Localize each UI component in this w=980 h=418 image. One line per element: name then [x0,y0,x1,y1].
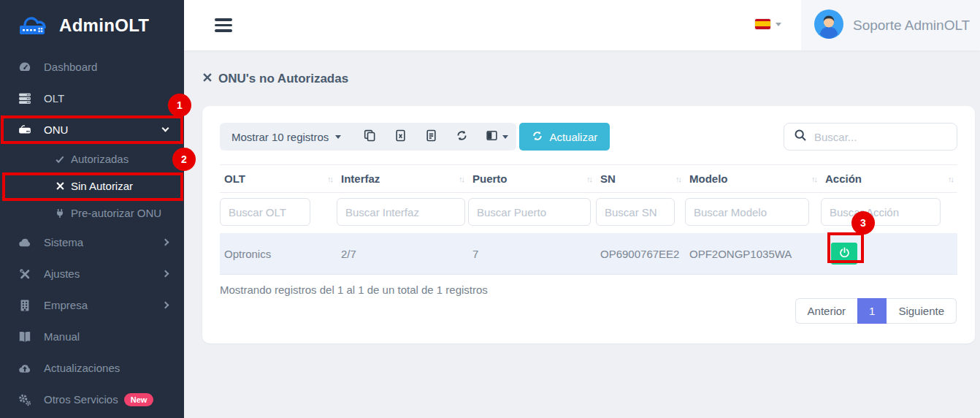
annotation-box-sin-autorizar [2,172,183,201]
search-icon [794,129,807,145]
hamburger-menu-icon[interactable] [215,18,232,35]
brand-name: AdminOLT [59,15,149,36]
filter-puerto-input[interactable] [468,198,591,226]
annotation-step-3: 3 [851,211,875,235]
table-info: Mostrando registros del 1 al 1 de un tot… [220,284,488,296]
annotation-box-onu [1,115,183,144]
file-export-button[interactable] [416,123,446,151]
cell-puerto: 7 [468,233,596,275]
chevron-right-icon [162,239,169,246]
sidebar-item-label: Pre-autorizar ONU [71,207,161,219]
sort-icon[interactable]: ↑↓ [948,175,953,183]
caret-down-icon [335,135,341,139]
sidebar-item-ajustes[interactable]: Ajustes [0,258,184,289]
sort-icon[interactable]: ↑↓ [459,175,464,183]
sync-icon [456,129,468,145]
app-window: AdminOLT Dashboard OLT ONU [0,0,980,418]
cell-olt: Optronics [220,233,337,275]
sidebar-nav: Dashboard OLT ONU Autorizadas [0,51,184,415]
sidebar-item-sistema[interactable]: Sistema [0,227,184,258]
user-menu[interactable]: Soporte AdminOLT [801,0,980,50]
pagination: Anterior 1 Siguiente [795,298,957,324]
excel-export-button[interactable] [385,123,416,151]
sidebar-item-label: Otros Servicios [44,393,118,406]
column-header-modelo[interactable]: Modelo↑↓ [685,165,821,193]
brand-logo[interactable]: AdminOLT [0,0,184,51]
sort-icon[interactable]: ↑↓ [811,175,816,183]
avatar [814,10,843,42]
column-visibility-button[interactable] [477,123,516,151]
cell-sn: OP6900767EE2 [596,233,685,275]
copy-button[interactable] [354,123,385,151]
building-icon [18,299,32,312]
table-search [784,123,957,151]
column-header-puerto[interactable]: Puerto↑↓ [468,165,596,193]
book-icon [18,330,32,343]
columns-icon [486,129,498,145]
sort-icon[interactable]: ↑↓ [675,175,681,183]
filter-interfaz-input[interactable] [337,198,465,226]
page-title: ONU's no Autorizadas [202,72,348,86]
sidebar-item-otros-servicios[interactable]: Otros Servicios New [0,384,184,415]
filter-accion-input[interactable] [821,198,941,226]
sidebar-item-olt[interactable]: OLT [0,83,184,114]
sidebar-item-label: Dashboard [44,61,97,73]
sidebar-item-label: Ajustes [44,267,80,280]
sidebar-item-pre-autorizar[interactable]: Pre-autorizar ONU [0,200,184,227]
sidebar-item-autorizadas[interactable]: Autorizadas [0,145,184,172]
language-selector[interactable] [755,19,781,29]
sidebar-item-dashboard[interactable]: Dashboard [0,51,184,83]
sidebar-item-label: Actualizaciones [44,362,120,374]
copy-icon [364,129,376,145]
sync-icon [532,130,543,144]
actualizar-button[interactable]: Actualizar [519,123,610,151]
table-toolbar: Mostrar 10 registros [220,123,610,151]
sidebar: AdminOLT Dashboard OLT ONU [0,0,184,418]
table-filter-row [220,193,957,234]
column-header-sn[interactable]: SN↑↓ [596,165,685,193]
sidebar-item-label: OLT [44,92,64,104]
annotation-step-1: 1 [168,94,191,117]
filter-modelo-input[interactable] [685,198,809,226]
sidebar-item-label: Sistema [44,236,83,248]
current-page-button[interactable]: 1 [857,298,887,324]
sidebar-item-actualizaciones[interactable]: Actualizaciones [0,352,184,384]
previous-page-button[interactable]: Anterior [795,298,858,324]
sort-icon[interactable]: ↑↓ [586,175,592,183]
sidebar-item-label: Autorizadas [71,153,129,165]
column-header-accion[interactable]: Acción↑↓ [821,165,957,193]
spain-flag-icon [755,19,770,29]
cloud-icon [18,236,32,249]
column-header-olt[interactable]: OLT↑↓ [220,165,337,193]
chevron-right-icon [162,270,169,278]
table-header-row: OLT↑↓ Interfaz↑↓ Puerto↑↓ SN↑↓ Modelo↑↓ … [220,165,957,193]
search-input[interactable] [814,131,938,143]
sidebar-item-label: Manual [44,330,80,343]
plug-icon [54,208,66,218]
reload-table-button[interactable] [446,123,477,151]
topbar: Soporte AdminOLT [184,0,980,50]
gears-icon [18,393,32,406]
column-header-interfaz[interactable]: Interfaz↑↓ [337,165,468,193]
filter-sn-input[interactable] [596,198,675,226]
chevron-right-icon [162,302,169,309]
page-length-dropdown[interactable]: Mostrar 10 registros [220,131,354,143]
sidebar-item-manual[interactable]: Manual [0,321,184,352]
cell-modelo: OPF2ONGP1035WA [685,233,821,275]
annotation-step-2: 2 [172,148,196,171]
caret-down-icon [502,135,508,139]
file-icon [425,129,437,145]
sidebar-item-label: Empresa [44,299,88,311]
server-icon [18,92,32,105]
toolbar-group: Mostrar 10 registros [220,123,516,151]
filter-olt-input[interactable] [220,198,310,226]
next-page-button[interactable]: Siguiente [887,298,957,324]
sort-icon[interactable]: ↑↓ [327,175,332,183]
cloud-upload-icon [18,362,32,375]
caret-down-icon [776,23,781,26]
sidebar-item-empresa[interactable]: Empresa [0,289,184,321]
tools-icon [18,267,32,281]
annotation-box-power-button [827,232,864,263]
x-icon [202,72,213,86]
adminolt-cloud-logo-icon [15,10,53,42]
